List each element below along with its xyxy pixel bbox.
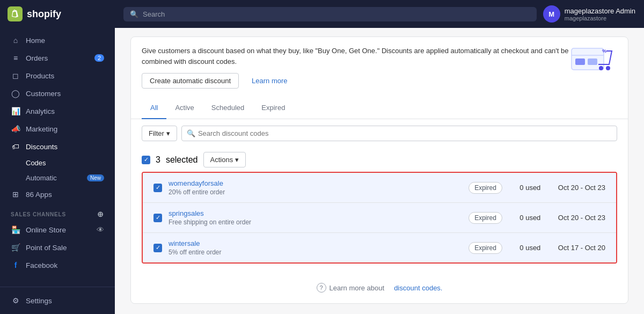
top-bar: 🔍 Search M mageplazastore Admin mageplaz… — [115, 0, 644, 28]
filter-chevron-icon: ▾ — [166, 129, 170, 137]
new-badge: New — [87, 174, 104, 181]
cart-illustration: % — [569, 46, 617, 83]
add-channel-icon[interactable]: ⊕ — [97, 210, 104, 218]
eye-icon[interactable]: 👁 — [97, 225, 104, 234]
sidebar-item-customers[interactable]: ◯ Customers — [3, 85, 112, 102]
sidebar-item-settings[interactable]: ⚙ Settings — [3, 292, 112, 309]
info-icon: ? — [317, 283, 326, 293]
content-inner: Give customers a discount based on what … — [122, 28, 637, 314]
sidebar-item-apps[interactable]: ⊞ 86 Apps — [3, 186, 112, 203]
svg-point-5 — [606, 66, 610, 70]
date-range: Oct 20 - Oct 23 — [558, 184, 605, 192]
row-checkbox[interactable]: ✓ — [153, 214, 162, 222]
sidebar-subitem-automatic[interactable]: Automatic New — [3, 171, 112, 185]
tab-active[interactable]: Active — [166, 97, 202, 119]
create-auto-discount-button[interactable]: Create automatic discount — [142, 73, 239, 89]
svg-text:%: % — [602, 48, 606, 54]
online-store-icon: 🏪 — [11, 225, 20, 234]
automatic-label: Automatic — [26, 174, 57, 182]
sales-channels-label: SALES CHANNELS ⊕ — [0, 203, 115, 221]
facebook-icon: f — [11, 261, 20, 269]
promo-image: % — [569, 46, 617, 83]
sidebar-subitem-codes[interactable]: Codes — [3, 156, 112, 170]
products-icon: ◻ — [11, 71, 20, 80]
used-count: 0 used — [509, 214, 552, 222]
tab-all[interactable]: All — [142, 97, 166, 119]
home-icon: ⌂ — [11, 36, 20, 45]
search-box[interactable]: 🔍 Search — [123, 7, 537, 21]
sidebar-item-discounts[interactable]: 🏷 Discounts — [3, 138, 112, 155]
customers-icon: ◯ — [11, 89, 20, 98]
sidebar-item-facebook[interactable]: f Facebook — [3, 257, 112, 274]
row-checkbox[interactable]: ✓ — [153, 244, 162, 252]
svg-rect-3 — [588, 59, 597, 65]
actions-chevron-icon: ▾ — [235, 156, 239, 164]
promo-text: Give customers a discount based on what … — [142, 46, 569, 89]
tab-expired[interactable]: Expired — [253, 97, 294, 119]
discount-desc: 5% off entire order — [169, 249, 462, 256]
discount-desc: 20% off entire order — [169, 188, 462, 196]
discount-name: wintersale — [169, 239, 462, 247]
sidebar-item-analytics[interactable]: 📊 Analytics — [3, 103, 112, 120]
apps-icon: ⊞ — [11, 190, 20, 199]
filter-row: Filter ▾ 🔍 — [131, 119, 628, 148]
discount-row[interactable]: ✓ wintersale 5% off entire order Expired… — [143, 233, 616, 262]
sidebar: shopify ⌂ Home ≡ Orders 2 ◻ Products ◯ C… — [0, 0, 115, 314]
selected-row: ✓ 3 selected Actions ▾ — [131, 148, 628, 172]
orders-badge: 2 — [94, 54, 104, 62]
avatar: M — [543, 5, 560, 23]
discount-list-highlighted: ✓ womendayforsale 20% off entire order E… — [142, 172, 617, 264]
settings-icon: ⚙ — [11, 296, 20, 305]
sidebar-item-label: Products — [26, 72, 54, 80]
apps-label: 86 Apps — [26, 191, 52, 199]
analytics-icon: 📊 — [11, 107, 20, 115]
actions-label: Actions — [210, 156, 233, 164]
sidebar-item-point-of-sale[interactable]: 🛒 Point of Sale — [3, 239, 112, 256]
discount-row[interactable]: ✓ womendayforsale 20% off entire order E… — [143, 173, 616, 203]
used-count: 0 used — [509, 244, 552, 252]
actions-button[interactable]: Actions ▾ — [203, 152, 246, 167]
pos-icon: 🛒 — [11, 243, 20, 252]
marketing-icon: 📣 — [11, 125, 20, 133]
sidebar-item-orders[interactable]: ≡ Orders 2 — [3, 49, 112, 67]
discount-row[interactable]: ✓ springsales Free shipping on entire or… — [143, 203, 616, 233]
settings-label: Settings — [26, 297, 52, 305]
sidebar-item-label: Discounts — [26, 143, 57, 151]
filter-button[interactable]: Filter ▾ — [142, 126, 177, 141]
search-placeholder: Search — [143, 10, 165, 18]
sidebar-item-online-store[interactable]: 🏪 Online Store 👁 — [3, 221, 112, 238]
row-checkbox[interactable]: ✓ — [153, 184, 162, 192]
user-info: mageplazastore Admin mageplazastore — [565, 7, 635, 21]
tabs-section: All Active Scheduled Expired — [131, 97, 628, 119]
sidebar-item-home[interactable]: ⌂ Home — [3, 32, 112, 49]
discount-codes-link[interactable]: discount codes. — [394, 284, 442, 292]
status-badge: Expired — [469, 182, 502, 194]
discount-name: womendayforsale — [169, 179, 462, 187]
sidebar-item-marketing[interactable]: 📣 Marketing — [3, 120, 112, 137]
learn-more-link[interactable]: Learn more — [252, 77, 287, 85]
select-all-checkbox[interactable]: ✓ — [142, 156, 150, 164]
orders-icon: ≡ — [11, 54, 20, 62]
logo-text: shopify — [27, 9, 61, 20]
learn-more-text: Learn more about — [330, 284, 385, 292]
sidebar-item-products[interactable]: ◻ Products — [3, 67, 112, 84]
date-range: Oct 20 - Oct 23 — [558, 214, 605, 222]
discount-info: womendayforsale 20% off entire order — [169, 179, 462, 196]
user-store: mageplazastore — [565, 15, 635, 21]
status-badge: Expired — [469, 242, 502, 254]
sidebar-item-label: Home — [26, 36, 45, 45]
user-area: M mageplazastore Admin mageplazastore — [543, 5, 635, 23]
learn-more-footer: ? Learn more about discount codes. — [131, 272, 628, 303]
tabs: All Active Scheduled Expired — [142, 97, 617, 119]
filter-label: Filter — [149, 129, 164, 137]
shopify-logo[interactable]: shopify — [8, 6, 61, 21]
user-name: mageplazastore Admin — [565, 7, 635, 15]
pos-label: Point of Sale — [26, 244, 67, 252]
shopify-bag-icon — [8, 6, 23, 21]
tab-scheduled[interactable]: Scheduled — [203, 97, 253, 119]
discount-name: springsales — [169, 209, 462, 217]
search-discount-input[interactable] — [181, 126, 617, 141]
promo-section: Give customers a discount based on what … — [131, 37, 628, 97]
used-count: 0 used — [509, 184, 552, 192]
sidebar-item-label: Customers — [26, 90, 61, 98]
